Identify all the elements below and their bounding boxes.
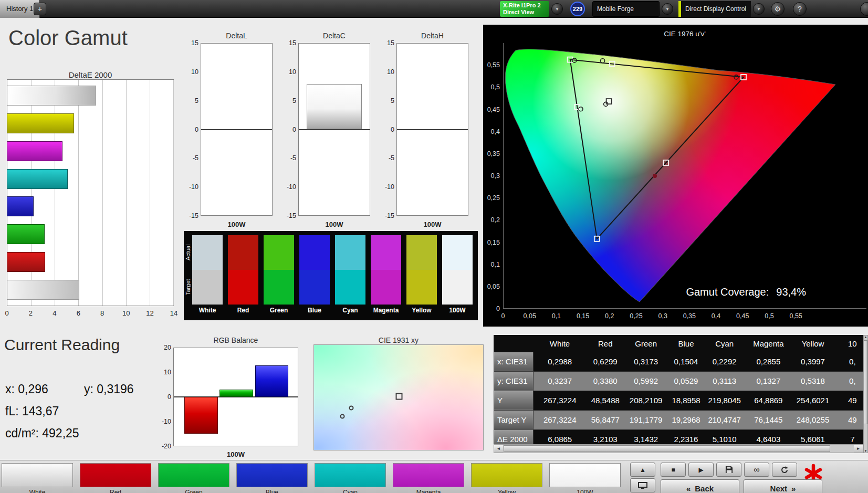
results-table: WhiteRedGreenBlueCyanMagentaYellow10 x: … — [494, 335, 863, 444]
y-tick-label: 0,45 — [483, 106, 500, 113]
pattern-swatch-blue[interactable]: Blue — [236, 463, 308, 493]
monitor-icon — [638, 482, 647, 489]
y-tick-label: 0,25 — [483, 194, 500, 202]
display-pattern-button[interactable] — [630, 478, 655, 492]
x-tick-label: 0,5 — [765, 312, 773, 320]
collapse-button[interactable]: ▲ — [630, 463, 655, 477]
scroll-up-button[interactable]: ▲ — [864, 335, 867, 339]
vertical-scrollbar[interactable]: ▲▼ — [863, 335, 868, 453]
x-tick-label: 0,4 — [712, 312, 720, 320]
scroll-right-button[interactable]: ► — [854, 445, 863, 453]
settings-button[interactable]: ⚙ — [771, 2, 785, 16]
infinity-icon: ∞ — [754, 465, 759, 475]
table-row[interactable]: y: CIE310,32370,33800,59920,05290,31130,… — [494, 371, 864, 391]
y-tick-label: 0 — [186, 126, 198, 133]
pattern-swatch-red[interactable]: Red — [80, 463, 151, 493]
pattern-swatch-cyan[interactable]: Cyan — [315, 463, 386, 493]
table-cell: 3,1432 — [624, 429, 667, 444]
x-tick-label: 0,05 — [524, 312, 536, 320]
target-marker — [606, 99, 612, 104]
gear-icon: ⚙ — [775, 5, 781, 13]
x-tick-label: 0,25 — [630, 312, 642, 320]
gamut-coverage-value: 93,4% — [776, 286, 806, 298]
table-row[interactable]: x: CIE310,29880,62990,31730,15040,22920,… — [494, 352, 864, 371]
display-control-dropdown-button[interactable]: ▼ — [753, 3, 765, 15]
y-tick-label: -20 — [159, 443, 171, 450]
table-cell: 76,1445 — [744, 410, 792, 429]
top-bar: History 1 + X-Rite i1Pro 2 Direct View ▼… — [0, 0, 868, 18]
x-tick-label: 0 — [501, 312, 505, 320]
actual-swatch — [264, 235, 294, 270]
y-tick-label: -5 — [284, 154, 296, 162]
scroll-down-button[interactable]: ▼ — [864, 449, 867, 453]
pattern-label: White — [2, 489, 73, 493]
deltae-bar-white — [7, 280, 79, 300]
y-tick-label: -5 — [382, 154, 394, 162]
swatch-label: Cyan — [335, 307, 365, 314]
x-tick-label: 12 — [146, 309, 153, 317]
x-axis-label: 100W — [201, 221, 273, 228]
y-tick-label: 0,3 — [483, 172, 500, 180]
cie-1976-title: CIE 1976 u'v' — [503, 30, 866, 38]
y-tick-label: -15 — [284, 212, 296, 219]
pattern-color — [393, 463, 464, 487]
source-dropdown-button[interactable]: ▼ — [662, 3, 673, 15]
table-cell: 0,0529 — [667, 371, 705, 391]
x-tick-label: 10 — [122, 309, 130, 317]
scrollbar-thumb[interactable] — [864, 340, 867, 424]
scrollbar-thumb[interactable] — [504, 445, 830, 452]
pattern-swatch-yellow[interactable]: Yellow — [471, 463, 542, 493]
pattern-swatch-100w[interactable]: 100W — [549, 463, 621, 493]
x-tick-label: 0 — [5, 309, 8, 317]
meter-selector[interactable]: X-Rite i1Pro 2 Direct View — [500, 1, 549, 17]
table-cell: 2,2316 — [667, 429, 705, 444]
loop-button[interactable] — [772, 463, 797, 477]
continuous-read-button[interactable]: ∞ — [744, 463, 769, 477]
chart-deltal: DeltaL 151050-5-10-15 100W — [186, 32, 273, 236]
chevron-down-icon: ▼ — [555, 7, 559, 12]
x-tick-label: 0,1 — [552, 312, 561, 320]
table-cell: 0, — [833, 352, 863, 371]
actual-target-swatch-panel: Actual Target WhiteRedGreenBlueCyanMagen… — [184, 231, 478, 320]
meter-name: X-Rite i1Pro 2 — [503, 2, 546, 9]
plot-area — [173, 348, 298, 446]
display-control-selector[interactable]: Direct Display Control — [678, 1, 751, 17]
next-button[interactable]: Next » — [744, 479, 822, 493]
stop-button[interactable]: ■ — [661, 463, 686, 477]
table-cell: 0,3997 — [792, 352, 833, 371]
save-button[interactable] — [716, 463, 741, 477]
pattern-swatch-green[interactable]: Green — [158, 463, 229, 493]
extra-button[interactable] — [860, 2, 868, 16]
actual-swatch — [335, 235, 365, 270]
help-button[interactable]: ? — [793, 2, 807, 16]
pattern-swatch-white[interactable]: White — [2, 463, 73, 493]
meter-dropdown-button[interactable]: ▼ — [551, 3, 563, 15]
bar-green — [219, 390, 253, 397]
pattern-label: Red — [80, 489, 151, 493]
bar-100w — [307, 84, 362, 129]
table-cell: 254,6021 — [792, 391, 833, 410]
pattern-label: Magenta — [393, 489, 464, 493]
scroll-left-button[interactable]: ◄ — [494, 445, 503, 453]
play-button[interactable]: ▶ — [688, 463, 714, 477]
actual-swatch — [228, 235, 258, 270]
source-selector[interactable]: Mobile Forge — [592, 1, 660, 17]
actual-swatch — [299, 235, 330, 270]
table-cell: 0,2988 — [534, 352, 586, 371]
column-header: Green — [624, 335, 667, 352]
horizontal-scrollbar[interactable]: ◄ ► — [494, 444, 863, 453]
table-row[interactable]: Y267,322448,5488208,210918,8958219,80456… — [494, 391, 864, 410]
pattern-swatch-magenta[interactable]: Magenta — [393, 463, 464, 493]
measured-marker — [601, 59, 605, 63]
measured-marker — [349, 406, 354, 411]
plot-area — [298, 43, 370, 216]
table-row[interactable]: Target Y267,322456,8477191,177919,296821… — [494, 410, 864, 429]
deltae-chart-title: DeltaE 2000 — [7, 70, 174, 79]
zero-line — [201, 129, 272, 130]
reading-y: y: 0,3196 — [84, 382, 134, 396]
table-cell: 267,3224 — [534, 410, 586, 429]
add-tab-button[interactable]: + — [34, 3, 46, 15]
row-label: Y — [494, 391, 534, 410]
table-row[interactable]: ΔE 20006,08653,21033,14322,23165,10104,6… — [494, 429, 864, 444]
back-button[interactable]: « Back — [661, 479, 739, 493]
